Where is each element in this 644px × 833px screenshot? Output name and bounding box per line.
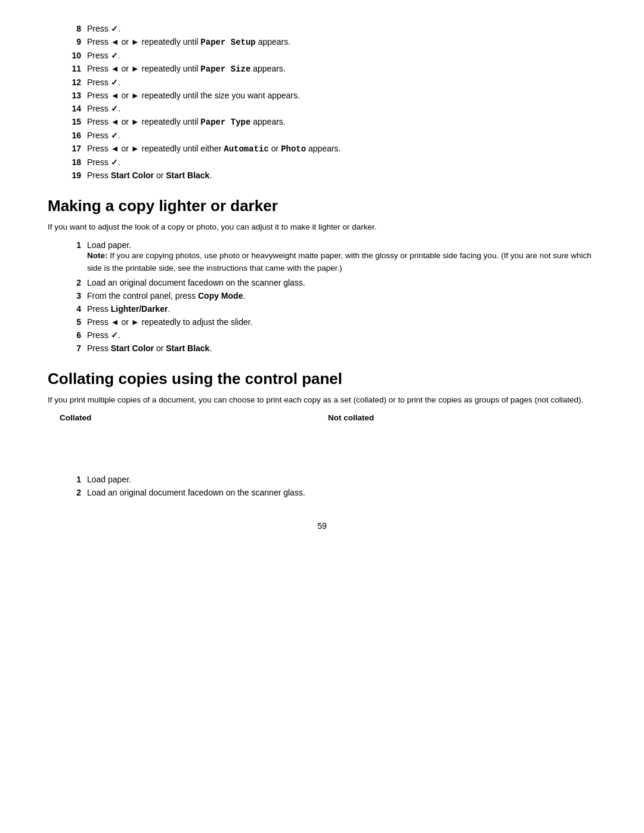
list-text: Load an original document facedown on th… bbox=[87, 488, 596, 497]
list-text: Press ✓. bbox=[87, 51, 596, 60]
list-item: 18 Press ✓. bbox=[48, 157, 596, 167]
list-number: 16 bbox=[60, 131, 81, 140]
list-text: Press Lighter/Darker. bbox=[87, 304, 596, 314]
list-number: 19 bbox=[60, 171, 81, 180]
list-text: Press ◄ or ► repeatedly to adjust the sl… bbox=[87, 317, 596, 327]
list-item: 6 Press ✓. bbox=[48, 330, 596, 340]
list-item: 19 Press Start Color or Start Black. bbox=[48, 171, 596, 180]
page-number: 59 bbox=[48, 521, 596, 531]
list-text: Press ✓. bbox=[87, 104, 596, 113]
list-item: 4 Press Lighter/Darker. bbox=[48, 304, 596, 314]
collation-column-headers: Collated Not collated bbox=[48, 413, 596, 422]
list-text: Load paper. Note: If you are copying pho… bbox=[87, 240, 596, 274]
list-text: Press ✓. bbox=[87, 157, 596, 167]
list-number: 13 bbox=[60, 91, 81, 100]
list-text: Press Start Color or Start Black. bbox=[87, 171, 596, 180]
list-item: 5 Press ◄ or ► repeatedly to adjust the … bbox=[48, 317, 596, 327]
list-number: 4 bbox=[60, 304, 81, 314]
list-text: Press ✓. bbox=[87, 330, 596, 340]
list-item: 1 Load paper. bbox=[48, 475, 596, 484]
col-header-not-collated: Not collated bbox=[328, 413, 596, 422]
section2-intro: If you print multiple copies of a docume… bbox=[48, 394, 596, 406]
list-item: 2 Load an original document facedown on … bbox=[48, 488, 596, 497]
list-number: 5 bbox=[60, 317, 81, 327]
list-item: 11 Press ◄ or ► repeatedly until Paper S… bbox=[48, 64, 596, 74]
list-number: 7 bbox=[60, 343, 81, 353]
note-label: Note: bbox=[87, 251, 108, 260]
list-item: 16 Press ✓. bbox=[48, 131, 596, 140]
section2-heading: Collating copies using the control panel bbox=[48, 370, 596, 388]
list-number: 2 bbox=[60, 488, 81, 497]
list-item: 17 Press ◄ or ► repeatedly until either … bbox=[48, 144, 596, 154]
list-number: 1 bbox=[60, 475, 81, 484]
list-number: 2 bbox=[60, 278, 81, 287]
section1-intro: If you want to adjust the look of a copy… bbox=[48, 221, 596, 233]
list-item: 9 Press ◄ or ► repeatedly until Paper Se… bbox=[48, 37, 596, 47]
col-header-collated: Collated bbox=[60, 413, 328, 422]
list-text: Load an original document facedown on th… bbox=[87, 278, 596, 287]
note-block: Note: If you are copying photos, use pho… bbox=[87, 251, 592, 272]
list-number: 12 bbox=[60, 78, 81, 87]
list-text: Press ✓. bbox=[87, 131, 596, 140]
list-item: 10 Press ✓. bbox=[48, 51, 596, 60]
list-item: 12 Press ✓. bbox=[48, 78, 596, 87]
list-number: 8 bbox=[60, 24, 81, 33]
list-text: Press Start Color or Start Black. bbox=[87, 343, 596, 353]
section1-list: 1 Load paper. Note: If you are copying p… bbox=[48, 240, 596, 353]
list-item: 1 Load paper. Note: If you are copying p… bbox=[48, 240, 596, 274]
list-item: 15 Press ◄ or ► repeatedly until Paper T… bbox=[48, 117, 596, 127]
list-number: 6 bbox=[60, 330, 81, 340]
section1-heading: Making a copy lighter or darker bbox=[48, 197, 596, 215]
list-item: 2 Load an original document facedown on … bbox=[48, 278, 596, 287]
list-item: 8 Press ✓. bbox=[48, 24, 596, 33]
list-text: From the control panel, press Copy Mode. bbox=[87, 291, 596, 301]
list-number: 18 bbox=[60, 157, 81, 167]
list-number: 10 bbox=[60, 51, 81, 60]
top-numbered-list: 8 Press ✓. 9 Press ◄ or ► repeatedly unt… bbox=[48, 24, 596, 180]
list-number: 9 bbox=[60, 37, 81, 47]
list-text: Press ✓. bbox=[87, 78, 596, 87]
list-number: 1 bbox=[60, 240, 81, 250]
list-text: Press ◄ or ► repeatedly until either Aut… bbox=[87, 144, 596, 154]
list-text: Press ◄ or ► repeatedly until the size y… bbox=[87, 91, 596, 100]
collation-diagram-area bbox=[48, 427, 596, 475]
list-text: Press ◄ or ► repeatedly until Paper Size… bbox=[87, 64, 596, 74]
list-text: Press ◄ or ► repeatedly until Paper Setu… bbox=[87, 37, 596, 47]
list-number: 11 bbox=[60, 64, 81, 73]
list-text: Press ◄ or ► repeatedly until Paper Type… bbox=[87, 117, 596, 127]
list-item: 7 Press Start Color or Start Black. bbox=[48, 343, 596, 353]
list-number: 14 bbox=[60, 104, 81, 113]
list-number: 17 bbox=[60, 144, 81, 153]
list-item: 14 Press ✓. bbox=[48, 104, 596, 113]
list-text: Load paper. bbox=[87, 475, 596, 484]
list-item: 13 Press ◄ or ► repeatedly until the siz… bbox=[48, 91, 596, 100]
list-number: 15 bbox=[60, 117, 81, 126]
section2-list: 1 Load paper. 2 Load an original documen… bbox=[48, 475, 596, 497]
list-number: 3 bbox=[60, 291, 81, 301]
list-text: Press ✓. bbox=[87, 24, 596, 33]
list-item: 3 From the control panel, press Copy Mod… bbox=[48, 291, 596, 301]
